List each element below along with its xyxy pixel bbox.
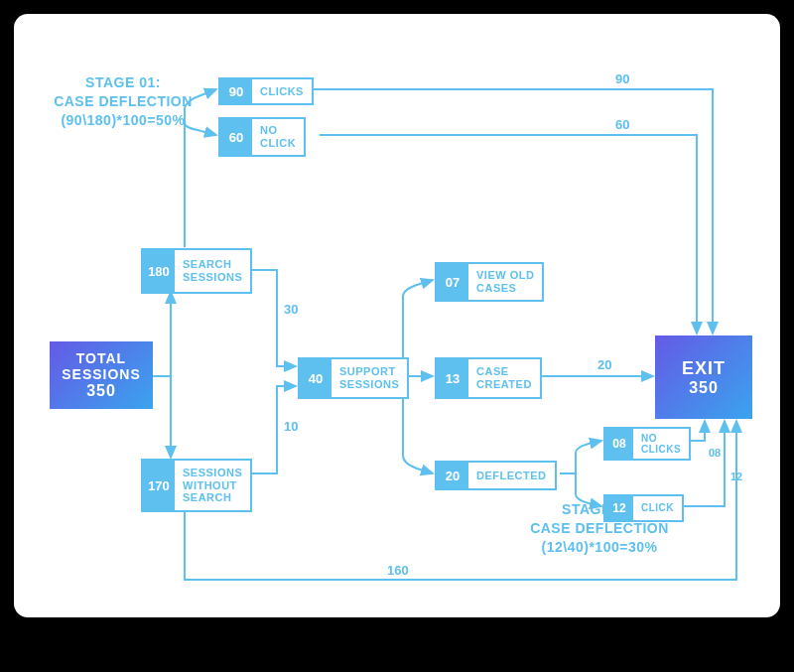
exit-value: 350	[655, 379, 752, 397]
viewold-l2: CASES	[476, 282, 534, 295]
click2-l1: CLICK	[641, 502, 674, 514]
stage02-name: CASE DEFLECTION	[530, 520, 669, 536]
stage01-annotation: STAGE 01: CASE DEFLECTION (90\180)*100=5…	[34, 73, 212, 130]
support-l2: SESSIONS	[339, 378, 399, 391]
clicks-box: 90 CLICKS	[218, 77, 314, 105]
noclicks2-l2: CLICKS	[641, 444, 681, 456]
clicks-l1: CLICKS	[260, 85, 304, 98]
edge-label-08: 08	[709, 447, 721, 459]
clicks-num: 90	[220, 79, 252, 103]
search-sessions-box: 180 SEARCH SESSIONS	[141, 248, 252, 294]
edge-label-10: 10	[284, 419, 298, 434]
viewold-l1: VIEW OLD	[476, 269, 534, 282]
total-sessions-box: TOTAL SESSIONS 350	[50, 341, 153, 409]
noclicks2-l1: NO	[641, 433, 681, 445]
nosrch-l1: SESSIONS	[183, 467, 242, 479]
noclick-l2: CLICK	[260, 137, 296, 150]
edge-label-20: 20	[597, 357, 611, 372]
search-sessions-l2: SESSIONS	[183, 271, 242, 284]
case-created-box: 13 CASE CREATED	[435, 357, 542, 399]
support-l1: SUPPORT	[339, 365, 399, 378]
edge-label-160: 160	[387, 563, 409, 578]
exit-label: EXIT	[655, 358, 752, 379]
edge-label-60: 60	[615, 117, 629, 132]
edge-label-30: 30	[284, 302, 298, 317]
stage01-title: STAGE 01:	[85, 74, 161, 90]
noclick-box: 60 NO CLICK	[218, 117, 306, 157]
search-sessions-num: 180	[143, 250, 175, 292]
view-old-cases-box: 07 VIEW OLD CASES	[435, 262, 544, 302]
noclick-l1: NO	[260, 124, 296, 137]
total-label-2: SESSIONS	[50, 366, 153, 382]
viewold-num: 07	[437, 264, 468, 300]
noclick-num: 60	[220, 119, 252, 155]
casecr-l2: CREATED	[476, 378, 532, 391]
nosrch-l2: WITHOUT	[183, 479, 242, 492]
nosrch-l3: SEARCH	[183, 491, 242, 504]
noclicks2-num: 08	[605, 429, 633, 459]
click-small-box: 12 CLICK	[603, 494, 684, 522]
edge-label-12: 12	[730, 470, 742, 482]
total-label-1: TOTAL	[50, 350, 153, 366]
no-clicks-small-box: 08 NO CLICKS	[603, 427, 691, 461]
deflected-l1: DEFLECTED	[476, 470, 547, 482]
edge-label-90: 90	[615, 71, 629, 86]
stage01-name: CASE DEFLECTION	[54, 93, 193, 109]
exit-box: EXIT 350	[655, 336, 752, 419]
support-num: 40	[300, 359, 331, 397]
click2-num: 12	[605, 496, 633, 520]
stage02-formula: (12\40)*100=30%	[542, 539, 658, 555]
search-sessions-l1: SEARCH	[183, 258, 242, 271]
sessions-without-search-box: 170 SESSIONS WITHOUT SEARCH	[141, 459, 252, 512]
diagram-card: STAGE 01: CASE DEFLECTION (90\180)*100=5…	[14, 14, 780, 617]
casecr-num: 13	[437, 359, 468, 397]
stage01-formula: (90\180)*100=50%	[61, 112, 185, 128]
nosrch-num: 170	[143, 461, 175, 510]
support-sessions-box: 40 SUPPORT SESSIONS	[298, 357, 409, 399]
total-value: 350	[50, 382, 153, 400]
casecr-l1: CASE	[476, 365, 532, 378]
deflected-num: 20	[437, 463, 468, 488]
deflected-box: 20 DEFLECTED	[435, 461, 557, 490]
